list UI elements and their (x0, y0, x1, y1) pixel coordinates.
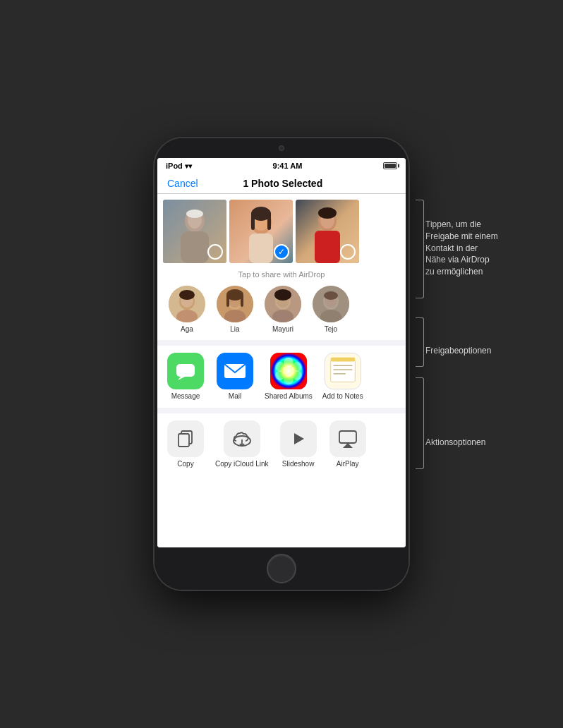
svg-point-16 (318, 207, 337, 219)
add-to-notes-label: Add to Notes (322, 392, 363, 401)
svg-marker-41 (178, 377, 185, 380)
wifi-icon: ▾▾ (185, 162, 192, 170)
time-label: 9:41 AM (273, 162, 303, 170)
action-copy-icloud-item[interactable]: Copy iCloud Link (215, 420, 269, 468)
svg-point-5 (186, 210, 203, 218)
photo-thumbnail-1[interactable] (163, 200, 226, 263)
contact-aga[interactable]: Aga (166, 286, 208, 333)
device-top-bar (155, 138, 408, 158)
svg-rect-62 (339, 431, 356, 443)
shared-albums-label: Shared Albums (265, 392, 313, 401)
nav-bar: Cancel 1 Photo Selected (157, 174, 406, 194)
action-section: Copy Copy iCloud Li (157, 413, 406, 475)
photos-row: ✓ (157, 194, 406, 267)
svg-point-21 (179, 290, 195, 300)
selection-circle-1 (207, 244, 223, 260)
airplay-icon (329, 420, 366, 457)
front-camera (279, 145, 284, 151)
svg-marker-63 (343, 443, 353, 448)
shared-albums-icon (270, 353, 307, 389)
photo-thumbnail-2[interactable]: ✓ (229, 200, 293, 263)
svg-rect-10 (251, 212, 255, 230)
avatar-aga (169, 286, 205, 322)
share-annotation: Freigabeoptionen (425, 346, 549, 356)
svg-point-50 (283, 365, 294, 377)
device: iPod ▾▾ 9:41 AM Cancel 1 Photo Selected (155, 138, 408, 590)
status-bar: iPod ▾▾ 9:41 AM (157, 158, 406, 174)
airplay-label: AirPlay (337, 460, 359, 468)
contact-lia[interactable]: Lia (214, 286, 256, 333)
divider-1 (157, 340, 406, 346)
contacts-row: Aga (157, 281, 406, 340)
divider-2 (157, 408, 406, 413)
svg-point-38 (324, 291, 338, 300)
action-airplay-item[interactable]: AirPlay (328, 420, 368, 468)
contact-tejo[interactable]: Tejo (310, 286, 352, 333)
avatar-tejo (313, 286, 349, 322)
airdrop-annotation: Tippen, um dieFreigabe mit einemKontakt … (425, 219, 549, 278)
cancel-button[interactable]: Cancel (167, 178, 198, 189)
status-right (383, 162, 397, 169)
action-copy-item[interactable]: Copy (166, 420, 205, 468)
svg-rect-17 (315, 231, 340, 263)
avatar-lia (217, 286, 253, 322)
nav-title: 1 Photo Selected (243, 178, 322, 189)
mail-icon (217, 353, 253, 389)
airdrop-hint: Tap to share with AirDrop (157, 267, 406, 281)
message-icon (167, 353, 204, 389)
share-section: Message Mail (157, 346, 406, 408)
slideshow-label: Slideshow (282, 460, 315, 468)
svg-rect-27 (226, 294, 229, 307)
copy-icloud-icon (224, 420, 260, 457)
avatar-mayuri (265, 286, 301, 322)
svg-rect-52 (330, 360, 355, 382)
status-left: iPod ▾▾ (166, 162, 192, 170)
contact-lia-label: Lia (230, 325, 239, 333)
svg-rect-40 (176, 364, 195, 377)
contact-aga-label: Aga (181, 325, 193, 333)
svg-rect-56 (330, 358, 355, 362)
share-shared-albums-item[interactable]: Shared Albums (265, 353, 313, 401)
action-annotation: Aktionsoptionen (425, 437, 549, 447)
battery-fill (385, 164, 396, 168)
contact-mayuri[interactable]: Mayuri (262, 286, 304, 333)
slideshow-icon (280, 420, 317, 457)
svg-rect-3 (181, 231, 209, 263)
battery-icon (383, 162, 397, 169)
contact-mayuri-label: Mayuri (272, 325, 293, 333)
contact-tejo-label: Tejo (325, 325, 337, 333)
svg-marker-61 (294, 433, 304, 444)
selection-circle-3 (340, 244, 356, 260)
share-icons-row: Message Mail (166, 353, 397, 401)
svg-rect-28 (241, 294, 243, 307)
scene: Tippen, um dieFreigabe mit einemKontakt … (0, 0, 563, 728)
message-label: Message (171, 392, 200, 401)
svg-point-33 (274, 289, 291, 301)
notes-icon (325, 353, 361, 389)
share-add-to-notes-item[interactable]: Add to Notes (322, 353, 363, 401)
svg-rect-58 (178, 434, 189, 447)
carrier-label: iPod (166, 162, 183, 170)
device-bottom (155, 547, 408, 590)
copy-label: Copy (177, 460, 193, 468)
screen: iPod ▾▾ 9:41 AM Cancel 1 Photo Selected (157, 158, 406, 547)
share-mail-item[interactable]: Mail (215, 353, 255, 401)
home-button[interactable] (267, 554, 296, 583)
content: ✓ (157, 194, 406, 547)
action-slideshow-item[interactable]: Slideshow (279, 420, 318, 468)
action-icons-row: Copy Copy iCloud Li (166, 420, 397, 468)
svg-rect-12 (249, 233, 273, 263)
mail-label: Mail (229, 392, 241, 401)
selection-check-2: ✓ (274, 244, 289, 260)
copy-icloud-label: Copy iCloud Link (215, 460, 269, 468)
share-message-item[interactable]: Message (166, 353, 205, 401)
photo-thumbnail-3[interactable] (296, 200, 359, 263)
copy-icon (167, 420, 204, 457)
svg-rect-11 (267, 212, 271, 230)
